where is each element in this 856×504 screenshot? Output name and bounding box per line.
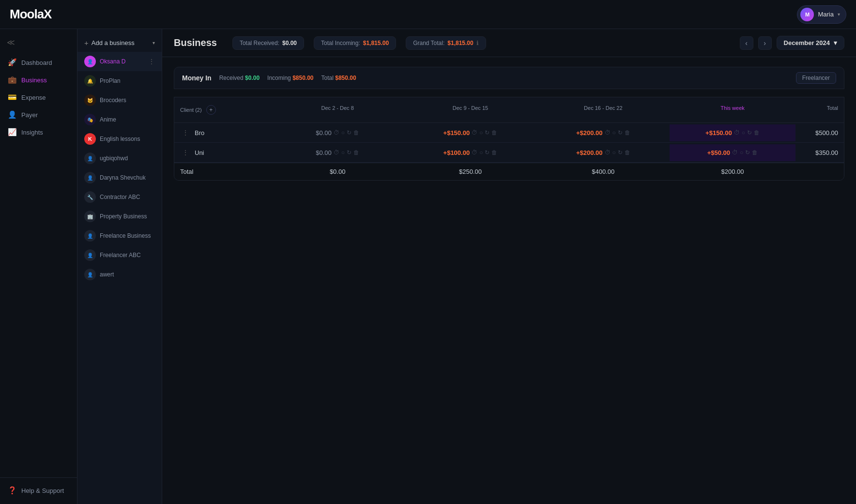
sidebar-item-label: Insights <box>21 129 43 136</box>
business-name: ugbiqohwd <box>100 155 155 162</box>
date-selector[interactable]: December 2024 ▾ <box>777 36 844 50</box>
clock-icon[interactable]: ⏱ <box>732 149 738 156</box>
next-month-button[interactable]: › <box>758 36 772 50</box>
avatar: 🔔 <box>84 75 96 87</box>
clock-icon[interactable]: ⏱ <box>334 149 339 156</box>
delete-icon[interactable]: 🗑 <box>625 149 630 156</box>
row-options-button[interactable]: ⋮ <box>180 148 191 157</box>
more-options-icon[interactable]: ⋮ <box>148 58 155 65</box>
business-item-freelance-business[interactable]: 👤 Freelance Business <box>77 226 162 245</box>
business-item-property-business[interactable]: 🏢 Property Business <box>77 207 162 226</box>
total-received-label: Total Received: <box>240 40 279 46</box>
bro-total: $500.00 <box>795 124 844 141</box>
business-item-ugbiqohwd[interactable]: 👤 ugbiqohwd <box>77 149 162 168</box>
add-business-button[interactable]: + Add a business ▾ <box>77 34 162 52</box>
check-icon[interactable]: ○ <box>479 129 483 136</box>
content-area: Money In Received $0.00 Incoming $850.00… <box>162 57 856 504</box>
avatar: 👤 <box>84 269 96 280</box>
total-received-value: $0.00 <box>282 40 297 46</box>
info-icon[interactable]: ℹ <box>476 40 479 46</box>
business-name: ProPlan <box>100 77 155 84</box>
total-dec16-22: $400.00 <box>537 163 670 180</box>
check-icon[interactable]: ○ <box>742 129 745 136</box>
current-date: December 2024 <box>784 39 830 46</box>
sidebar-item-dashboard[interactable]: 🚀 Dashboard <box>0 54 77 71</box>
business-name: Daryna Shevchuk <box>100 174 155 181</box>
prev-month-button[interactable]: ‹ <box>740 36 753 50</box>
row-options-button[interactable]: ⋮ <box>180 128 191 137</box>
table-header: Client (2) + Dec 2 - Dec 8 Dec 9 - Dec 1… <box>174 97 844 123</box>
refresh-icon[interactable]: ↻ <box>347 149 352 156</box>
add-business-label: Add a business <box>92 39 135 46</box>
check-icon[interactable]: ○ <box>612 129 616 136</box>
check-icon[interactable]: ○ <box>479 149 483 156</box>
clock-icon[interactable]: ⏱ <box>605 129 611 136</box>
business-name: Anime <box>100 116 155 123</box>
sidebar-item-business[interactable]: 💼 Business <box>0 71 77 89</box>
business-item-proplan[interactable]: 🔔 ProPlan <box>77 71 162 91</box>
total-incoming-pill: Total Incoming: $1,815.00 <box>314 36 396 50</box>
refresh-icon[interactable]: ↻ <box>347 129 352 136</box>
business-item-daryna-shevchuk[interactable]: 👤 Daryna Shevchuk <box>77 168 162 187</box>
delete-icon[interactable]: 🗑 <box>353 129 359 136</box>
check-icon[interactable]: ○ <box>740 149 743 156</box>
clock-icon[interactable]: ⏱ <box>334 129 339 136</box>
plus-icon: + <box>84 39 89 47</box>
clock-icon[interactable]: ⏱ <box>605 149 611 156</box>
delete-icon[interactable]: 🗑 <box>353 149 359 156</box>
add-client-button[interactable]: + <box>206 105 216 115</box>
refresh-icon[interactable]: ↻ <box>485 149 489 156</box>
refresh-icon[interactable]: ↻ <box>618 129 623 136</box>
sidebar-item-expense[interactable]: 💳 Expense <box>0 89 77 106</box>
chevron-down-icon: ▾ <box>838 12 840 17</box>
refresh-icon[interactable]: ↻ <box>747 129 752 136</box>
check-icon[interactable]: ○ <box>341 129 345 136</box>
business-list-panel: + Add a business ▾ 👤 Oksana D ⋮ 🔔 ProPla… <box>77 29 162 504</box>
avatar: 👤 <box>84 249 96 261</box>
refresh-icon[interactable]: ↻ <box>618 149 623 156</box>
totals-row: Total $0.00 $250.00 $400.00 $200.00 <box>174 163 844 180</box>
freelancer-filter[interactable]: Freelancer <box>796 72 836 84</box>
avatar: K <box>84 133 96 145</box>
delete-icon[interactable]: 🗑 <box>752 149 758 156</box>
business-item-english-lessons[interactable]: K English lessons <box>77 129 162 149</box>
business-item-anime[interactable]: 🎭 Anime <box>77 110 162 129</box>
avatar: M <box>800 8 814 21</box>
grand-total-pill: Grand Total: $1,815.00 ℹ <box>406 36 486 50</box>
chevron-down-icon: ▾ <box>834 39 837 46</box>
clock-icon[interactable]: ⏱ <box>472 149 477 156</box>
business-item-awert[interactable]: 👤 awert <box>77 265 162 284</box>
business-name: English lessons <box>100 136 155 142</box>
business-item-brocoders[interactable]: 🐱 Brocoders <box>77 91 162 110</box>
delete-icon[interactable]: 🗑 <box>491 129 497 136</box>
total-grand <box>795 167 844 177</box>
business-item-contractor-abc[interactable]: 🔧 Contractor ABC <box>77 187 162 207</box>
uni-dec9-15: +$100.00 ⏱ ○ ↻ 🗑 <box>404 144 536 161</box>
app-logo: MoolaX <box>10 7 51 22</box>
sidebar-item-help[interactable]: ❓ Help & Support <box>0 482 77 499</box>
business-item-oksana[interactable]: 👤 Oksana D ⋮ <box>77 52 162 71</box>
refresh-icon[interactable]: ↻ <box>485 129 489 136</box>
delete-icon[interactable]: 🗑 <box>754 129 760 136</box>
table-row: ⋮ Bro $0.00 ⏱ ○ ↻ 🗑 <box>174 123 844 143</box>
grand-total-value: $1,815.00 <box>447 40 473 46</box>
avatar: 👤 <box>84 230 96 242</box>
uni-dec2-8: $0.00 ⏱ ○ ↻ 🗑 <box>271 144 404 161</box>
sidebar-item-payer[interactable]: 👤 Payer <box>0 106 77 123</box>
page-title: Business <box>174 37 217 48</box>
business-item-freelancer-abc[interactable]: 👤 Freelancer ABC <box>77 245 162 265</box>
col-header-dec16-22: Dec 16 - Dec 22 <box>537 101 670 119</box>
sidebar-collapse-button[interactable]: ≪ <box>0 34 77 51</box>
check-icon[interactable]: ○ <box>612 149 616 156</box>
refresh-icon[interactable]: ↻ <box>745 149 750 156</box>
check-icon[interactable]: ○ <box>341 149 345 156</box>
delete-icon[interactable]: 🗑 <box>491 149 497 156</box>
total-label: Total <box>174 163 271 180</box>
user-menu[interactable]: M Maria ▾ <box>797 5 846 24</box>
bro-dec9-15: +$150.00 ⏱ ○ ↻ 🗑 <box>404 124 536 141</box>
clock-icon[interactable]: ⏱ <box>472 129 477 136</box>
clock-icon[interactable]: ⏱ <box>734 129 740 136</box>
delete-icon[interactable]: 🗑 <box>625 129 630 136</box>
sidebar-item-insights[interactable]: 📈 Insights <box>0 123 77 141</box>
sidebar: ≪ 🚀 Dashboard 💼 Business 💳 Expense 👤 Pay… <box>0 29 77 504</box>
